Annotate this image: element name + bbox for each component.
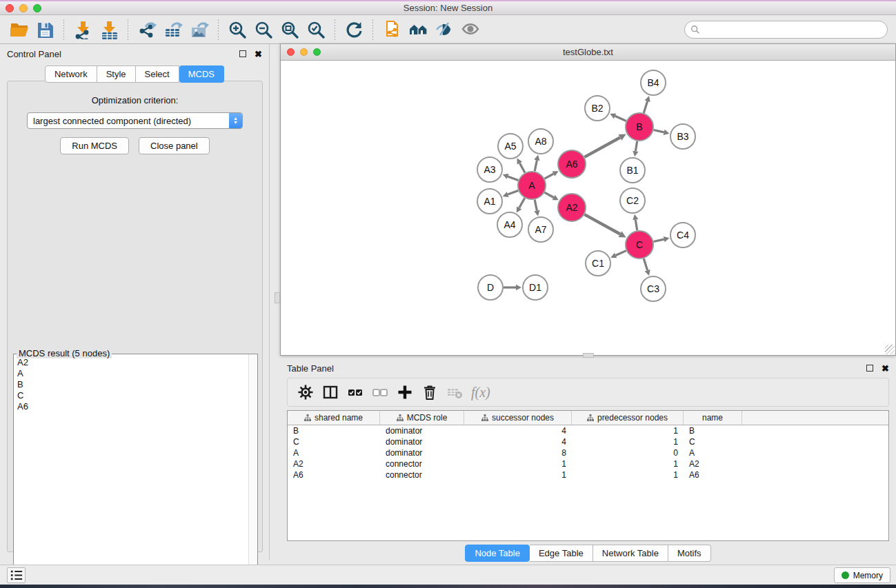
graph-node-A4[interactable]: A4	[497, 212, 522, 237]
table-row[interactable]: A2connector11A2	[288, 458, 888, 469]
mcds-result-item[interactable]: B	[14, 379, 248, 390]
table-cell[interactable]: A	[288, 447, 380, 458]
table-cell[interactable]: connector	[380, 458, 464, 469]
tab-edge-table[interactable]: Edge Table	[530, 545, 593, 562]
search-input[interactable]	[700, 23, 887, 37]
home-icon[interactable]	[406, 19, 430, 41]
table-cell[interactable]: A6	[288, 469, 380, 480]
show-graphics-icon[interactable]	[459, 19, 482, 41]
run-mcds-button[interactable]: Run MCDS	[60, 137, 129, 154]
table-cell[interactable]: 1	[572, 425, 684, 436]
graph-node-C1[interactable]: C1	[586, 251, 610, 276]
table-cell[interactable]: A6	[684, 469, 742, 480]
table-options-gear-icon[interactable]	[293, 381, 318, 404]
add-column-icon[interactable]	[392, 381, 417, 404]
zoom-in-icon[interactable]	[226, 19, 249, 41]
mcds-result-item[interactable]: A6	[14, 401, 248, 412]
graph-edge-A6-B[interactable]	[584, 137, 620, 156]
graph-node-A2[interactable]: A2	[558, 194, 586, 221]
graph-node-C[interactable]: C	[626, 231, 653, 258]
graph-node-A1[interactable]: A1	[477, 189, 502, 214]
graph-edge-A-A8[interactable]	[535, 160, 537, 171]
horizontal-splitter-handle[interactable]	[583, 353, 594, 358]
refresh-icon[interactable]	[342, 19, 366, 41]
network-window-titlebar[interactable]: testGlobe.txt	[281, 44, 895, 61]
function-builder-button[interactable]: f(x)	[471, 385, 490, 401]
graph-node-A3[interactable]: A3	[477, 157, 502, 182]
zoom-out-icon[interactable]	[252, 19, 275, 41]
column-header-shared-name[interactable]: shared name	[288, 411, 380, 425]
open-session-icon[interactable]	[7, 19, 30, 41]
tab-select[interactable]: Select	[136, 65, 179, 83]
graph-node-B[interactable]: B	[626, 113, 653, 141]
table-cell[interactable]: C	[288, 436, 380, 447]
tab-mcds[interactable]: MCDS	[179, 65, 224, 83]
graph-node-D[interactable]: D	[478, 275, 503, 300]
graph-edge-C-C4[interactable]	[653, 239, 664, 241]
table-row[interactable]: Cdominator41C	[288, 436, 888, 447]
graph-node-C2[interactable]: C2	[620, 188, 645, 213]
graph-edge-C-C3[interactable]	[644, 258, 647, 270]
task-history-button[interactable]	[7, 567, 26, 583]
network-from-file-icon[interactable]	[380, 19, 404, 41]
delete-column-icon[interactable]	[417, 381, 442, 404]
table-row[interactable]: A6connector11A6	[288, 469, 888, 480]
graph-edge-A-A5[interactable]	[519, 163, 525, 173]
tab-style[interactable]: Style	[97, 65, 136, 83]
graph-edge-C-C2[interactable]	[635, 220, 637, 231]
graph-edge-C-C1[interactable]	[616, 251, 626, 256]
graph-node-A8[interactable]: A8	[528, 129, 553, 154]
mcds-result-item[interactable]: A2	[14, 357, 248, 368]
graph-node-A6[interactable]: A6	[558, 150, 586, 178]
column-header-successor-nodes[interactable]: successor nodes	[464, 411, 572, 425]
graph-node-B2[interactable]: B2	[585, 96, 610, 121]
mcds-result-item[interactable]: A	[14, 368, 248, 379]
table-cell[interactable]: C	[684, 436, 742, 447]
float-panel-icon[interactable]	[239, 50, 246, 57]
table-cell[interactable]: B	[288, 425, 380, 436]
tab-motifs[interactable]: Motifs	[668, 545, 711, 562]
column-header-MCDS-role[interactable]: MCDS role	[380, 411, 464, 425]
close-panel-icon[interactable]: ✖	[255, 49, 262, 59]
table-cell[interactable]: dominator	[380, 425, 464, 436]
table-cell[interactable]: 4	[464, 425, 572, 436]
graph-node-C4[interactable]: C4	[670, 223, 695, 247]
graph-edge-A-A2[interactable]	[544, 192, 553, 197]
table-cell[interactable]: 0	[572, 447, 684, 458]
vertical-splitter-handle[interactable]	[275, 292, 280, 303]
graph-node-B4[interactable]: B4	[641, 70, 666, 95]
table-cell[interactable]: A2	[684, 458, 742, 469]
network-canvas[interactable]: B4B2BB3A8A5A6A3B1AA1C2A2A4A7C4CC1C3DD1	[281, 61, 895, 355]
table-cell[interactable]: 1	[572, 436, 684, 447]
import-network-icon[interactable]	[71, 19, 94, 41]
import-table-icon[interactable]	[97, 19, 121, 41]
graph-node-B1[interactable]: B1	[620, 158, 645, 183]
select-all-icon[interactable]	[343, 381, 368, 404]
deselect-all-icon[interactable]	[368, 381, 392, 404]
tab-network[interactable]: Network	[45, 65, 97, 83]
mcds-result-scrollbar[interactable]	[248, 354, 257, 584]
criterion-dropdown[interactable]: largest connected component (directed) ▲…	[27, 112, 243, 129]
graph-edge-A-A1[interactable]	[508, 190, 518, 194]
graph-node-D1[interactable]: D1	[523, 275, 548, 300]
export-image-icon[interactable]	[188, 19, 211, 41]
graph-edge-B-B2[interactable]	[615, 116, 626, 121]
network-minimize-button[interactable]	[300, 48, 308, 56]
mcds-result-item[interactable]: C	[14, 390, 248, 401]
graph-node-C3[interactable]: C3	[641, 276, 666, 301]
table-cell[interactable]: 8	[464, 447, 572, 458]
graph-edge-A2-C[interactable]	[584, 214, 620, 234]
zoom-selected-icon[interactable]	[304, 19, 328, 41]
table-cell[interactable]: 1	[464, 469, 572, 480]
table-row[interactable]: Adominator80A	[288, 447, 888, 458]
export-table-icon[interactable]	[161, 19, 185, 41]
close-window-button[interactable]	[6, 4, 14, 12]
table-float-panel-icon[interactable]	[866, 365, 873, 372]
graph-edge-B-B4[interactable]	[644, 101, 647, 113]
save-session-icon[interactable]	[33, 19, 57, 41]
zoom-fit-icon[interactable]	[278, 19, 301, 41]
column-header-predecessor-nodes[interactable]: predecessor nodes	[572, 411, 684, 425]
memory-button[interactable]: Memory	[834, 567, 890, 583]
show-column-icon[interactable]	[318, 381, 343, 404]
graph-edge-A-A3[interactable]	[508, 176, 518, 181]
